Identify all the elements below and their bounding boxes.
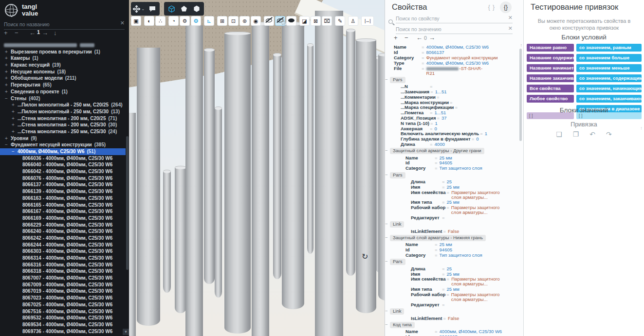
- tree-instance-item[interactable]: 8066244 - 4000мм, Ø400мм, C25/30 W6: [0, 242, 126, 248]
- tree-instance-item[interactable]: 8069736 - 4000мм, Ø400мм, C25/30 W6: [0, 328, 126, 335]
- property-row[interactable]: N типа (1-10)=1: [385, 121, 517, 126]
- tree-instance-item[interactable]: 8066040 - 4000мм, Ø400мм, C25/30 W6: [0, 161, 126, 168]
- focus-target-button[interactable]: ◉: [251, 16, 261, 26]
- tree-item-selected[interactable]: −4000мм, Ø400мм, C25/30 W6(51): [0, 148, 126, 155]
- tree-instance-item[interactable]: 8066167 - 4000мм, Ø400мм, C25/30 W6: [0, 208, 126, 215]
- condition-chip-value[interactable]: со значением, начинающимся на: [576, 85, 642, 92]
- tree-expander[interactable]: +: [5, 69, 11, 75]
- section-box-button[interactable]: ⊡: [228, 16, 239, 26]
- clear-value-search-icon[interactable]: ✕: [508, 25, 513, 32]
- tree-instance-item[interactable]: 8066036 - 4000мм, Ø400мм, C25/30 W6: [0, 155, 126, 162]
- tree-instance-item[interactable]: 8067019 - 4000мм, Ø400мм, C25/30 W6: [0, 288, 126, 295]
- viewport-3d[interactable]: ⌄: [129, 0, 385, 336]
- property-row[interactable]: Имя типа=25 мм: [385, 200, 517, 205]
- property-row[interactable]: Редактирует=: [385, 302, 517, 307]
- clear-search-icon[interactable]: ✕: [120, 20, 125, 26]
- tree-expander[interactable]: +: [12, 108, 18, 115]
- tree-instance-item[interactable]: 8066137 - 4000мм, Ø400мм, C25/30 W6: [0, 181, 126, 188]
- pentagon-mode-button[interactable]: [179, 3, 189, 14]
- wire-sphere-button[interactable]: ❂: [191, 16, 201, 26]
- properties-scroll-up-icon[interactable]: ↑: [520, 43, 523, 48]
- tree-instance-item[interactable]: 8066316 - 4000мм, Ø400мм, C25/30 W6: [0, 262, 126, 268]
- tree-expander[interactable]: +: [5, 55, 11, 62]
- tree-instance-item[interactable]: 8066318 - 4000мм, Ø400мм, C25/30 W6: [0, 268, 126, 275]
- condition-chip-name[interactable]: Название начинается с: [527, 64, 574, 72]
- isolate-box-button[interactable]: ◪: [299, 16, 310, 26]
- fit-view-button[interactable]: ⊞: [217, 16, 227, 26]
- property-row[interactable]: Category=Тип защитного слоя: [385, 253, 517, 258]
- tree-item[interactable]: +Каркас несущий(19): [0, 62, 126, 69]
- group-expander[interactable]: −: [385, 173, 390, 177]
- shaded-cube-button[interactable]: [166, 3, 177, 14]
- property-row[interactable]: ...N=: [385, 84, 517, 89]
- next-match-button[interactable]: →: [429, 34, 435, 41]
- tree-item[interactable]: +...Стена монолитная - 200 мм, C20/25(71…: [0, 115, 126, 122]
- tree-expander[interactable]: +: [12, 115, 18, 122]
- braces-inline-icon[interactable]: { }: [488, 4, 495, 11]
- property-row[interactable]: Рабочий набор=Параметры защитного слоя а…: [385, 292, 517, 302]
- tree-instance-item[interactable]: 8066240 - 4000мм, Ø400мм, C25/30 W6: [0, 228, 126, 235]
- property-row[interactable]: Category=Фундамент несущей конструкции: [385, 55, 517, 61]
- property-row[interactable]: Включить аналитическую модель=1: [385, 131, 517, 137]
- property-row[interactable]: Name=4000мм, Ø400мм, C25/30 W6: [385, 45, 517, 50]
- condition-chip-value[interactable]: со значением, содержащим: [576, 74, 642, 82]
- property-group-row[interactable]: −Код типа: [385, 321, 517, 329]
- tree-scroll-down-button[interactable]: ▾: [123, 329, 129, 335]
- expand-all-properties-button[interactable]: +: [394, 34, 398, 41]
- tree-scrollbar-thumb[interactable]: [126, 136, 129, 270]
- condition-chip-value[interactable]: со значением больше: [576, 54, 642, 62]
- width-measure-button[interactable]: |↔|: [361, 16, 374, 26]
- group-expander[interactable]: −: [385, 77, 390, 82]
- tree-instance-item[interactable]: 8067007 - 4000мм, Ø400мм, C25/30 W6: [0, 275, 126, 282]
- property-row[interactable]: Имя семейства=Параметры защитного слоя а…: [385, 190, 517, 200]
- tree-expander[interactable]: +: [5, 88, 11, 95]
- tree-item[interactable]: +Несущие колонны(18): [0, 69, 126, 75]
- human-scale-button[interactable]: ♙: [348, 16, 358, 26]
- tree-item[interactable]: +...Стена монолитная - 200 мм, C25/30(30…: [0, 122, 126, 128]
- tree-expander[interactable]: +: [5, 49, 11, 55]
- tree-instance-item[interactable]: 8066165 - 4000мм, Ø400мм, C25/30 W6: [0, 202, 126, 209]
- property-row[interactable]: Длина=25: [385, 266, 517, 271]
- value-search-input[interactable]: [396, 25, 502, 34]
- clear-property-search-icon[interactable]: ✕: [508, 15, 513, 21]
- tree-item[interactable]: −Фундамент несущей конструкции(385): [0, 141, 126, 148]
- tree-item[interactable]: +Уровни(9): [0, 135, 126, 142]
- tree-item[interactable]: +Вырезание проема в перекрытии(1): [0, 49, 126, 55]
- tree-instance-item[interactable]: 8067023 - 4000мм, Ø400мм, C25/30 W6: [0, 295, 126, 301]
- tree-item[interactable]: +...Пилон монолитный - 250 мм, C20/25(26…: [0, 102, 126, 108]
- group-expander[interactable]: −: [385, 148, 390, 153]
- tree-expander[interactable]: +: [12, 122, 18, 128]
- tree-instance-item[interactable]: 8066139 - 4000мм, Ø400мм, C25/30 W6: [0, 188, 126, 195]
- tree-expander[interactable]: +: [5, 75, 11, 82]
- gear-button[interactable]: ⚙: [180, 16, 190, 26]
- property-row[interactable]: Имя=25 мм: [385, 184, 517, 190]
- tree-instance-item[interactable]: 8066242 - 4000мм, Ø400мм, C25/30 W6: [0, 235, 126, 242]
- property-row[interactable]: Id=8066137: [385, 50, 517, 55]
- tree-item[interactable]: +Сведения о проекте(1): [0, 88, 126, 95]
- property-row[interactable]: ADSK_Позиция=37: [385, 116, 517, 121]
- property-row[interactable]: Имя семейства=Параметры защитного слоя а…: [385, 277, 517, 287]
- group-expander[interactable]: −: [385, 235, 390, 240]
- tree-instance-item[interactable]: 8067516 - 4000мм, Ø400мм, C25/30 W6: [0, 308, 126, 315]
- selection-frame-button[interactable]: ▣: [131, 16, 141, 26]
- tree-instance-item[interactable]: 8066229 - 4000мм, Ø400мм, C25/30 W6: [0, 222, 126, 229]
- value-block-name-chip[interactable]: [ ]: [527, 112, 574, 119]
- property-row[interactable]: ...Марка спецификации=: [385, 105, 517, 110]
- tree-expander[interactable]: +: [12, 128, 18, 135]
- hexagon-mode-button[interactable]: [191, 3, 202, 14]
- tree-instance-item[interactable]: 8069534 - 4000мм, Ø400мм, C25/30 W6: [0, 321, 126, 328]
- property-row[interactable]: IsLinkElement=False: [385, 316, 517, 321]
- pan-tool-button[interactable]: ⌄: [133, 3, 145, 14]
- tree-expander[interactable]: +: [12, 102, 18, 108]
- property-row[interactable]: Редактирует=: [385, 215, 517, 221]
- condition-chip-name[interactable]: Любое свойство: [527, 95, 574, 103]
- binding-scroll-up-icon[interactable]: ↑: [640, 125, 643, 131]
- collapse-all-button[interactable]: −: [15, 29, 18, 36]
- property-row[interactable]: Длина=4000: [385, 142, 517, 147]
- expand-all-button[interactable]: +: [4, 29, 8, 36]
- collapse-all-properties-button[interactable]: −: [405, 34, 408, 41]
- tree-instance-item[interactable]: 8069532 - 4000мм, Ø400мм, C25/30 W6: [0, 315, 126, 321]
- property-row[interactable]: Длина=25: [385, 179, 517, 185]
- property-row[interactable]: ...Комментарии=: [385, 94, 517, 100]
- tree-instance-item[interactable]: 8066042 - 4000мм, Ø400мм, C25/30 W6: [0, 168, 126, 175]
